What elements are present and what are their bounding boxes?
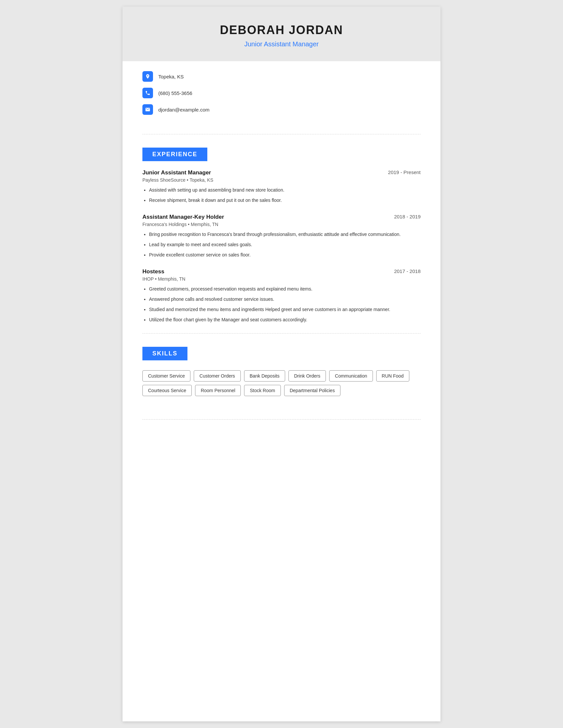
candidate-title: Junior Assistant Manager bbox=[142, 40, 421, 48]
bullet-1-1: Assisted with setting up and assembling … bbox=[149, 187, 421, 194]
experience-section: Junior Assistant Manager 2019 - Present … bbox=[122, 169, 441, 323]
skill-tag-2: Bank Deposits bbox=[244, 370, 285, 382]
bullet-2-3: Provide excellent customer service on sa… bbox=[149, 251, 421, 258]
bullet-3-4: Utilized the floor chart given by the Ma… bbox=[149, 316, 421, 323]
job-bullets-3: Greeted customers, processed reservation… bbox=[142, 286, 421, 323]
bullet-2-1: Bring positive recognition to Francesca'… bbox=[149, 231, 421, 238]
job-company-1: Payless ShoeSource • Topeka, KS bbox=[142, 177, 421, 183]
job-header-3: Hostess 2017 - 2018 bbox=[142, 268, 421, 275]
job-entry-3: Hostess 2017 - 2018 IHOP • Memphis, TN G… bbox=[142, 268, 421, 323]
company-location-3: Memphis, TN bbox=[158, 276, 185, 282]
skill-tag-1: Customer Orders bbox=[194, 370, 240, 382]
candidate-name: DEBORAH JORDAN bbox=[142, 23, 421, 37]
bullet-3-3: Studied and memorized the menu items and… bbox=[149, 306, 421, 313]
phone-icon bbox=[142, 88, 153, 98]
divider-after-skills bbox=[142, 419, 421, 420]
experience-section-header: EXPERIENCE bbox=[142, 148, 207, 161]
bullet-3-1: Greeted customers, processed reservation… bbox=[149, 286, 421, 293]
email-icon bbox=[142, 104, 153, 115]
skill-tag-4: Communication bbox=[329, 370, 373, 382]
email-text: djordan@example.com bbox=[158, 107, 209, 113]
skill-tag-5: RUN Food bbox=[376, 370, 409, 382]
contact-email: djordan@example.com bbox=[142, 104, 421, 115]
job-dates-1: 2019 - Present bbox=[388, 169, 421, 175]
job-dates-3: 2017 - 2018 bbox=[394, 268, 421, 274]
skills-section: Customer Service Customer Orders Bank De… bbox=[122, 370, 441, 409]
job-company-3: IHOP • Memphis, TN bbox=[142, 276, 421, 282]
contact-location: Topeka, KS bbox=[142, 71, 421, 82]
job-dates-2: 2018 - 2019 bbox=[394, 214, 421, 219]
company-name-2: Francesca's Holdings bbox=[142, 222, 186, 227]
company-location-2: Memphis, TN bbox=[191, 222, 218, 227]
bullet-2-2: Lead by example to meet and exceed sales… bbox=[149, 241, 421, 248]
job-company-2: Francesca's Holdings • Memphis, TN bbox=[142, 222, 421, 227]
contact-section: Topeka, KS (680) 555-3656 djordan@exampl… bbox=[122, 61, 441, 131]
job-bullets-1: Assisted with setting up and assembling … bbox=[142, 187, 421, 204]
divider-after-contact bbox=[142, 134, 421, 134]
skill-tag-0: Customer Service bbox=[142, 370, 190, 382]
skills-tags-container: Customer Service Customer Orders Bank De… bbox=[142, 370, 421, 396]
company-separator-3: • bbox=[155, 276, 158, 282]
bullet-3-2: Answered phone calls and resolved custom… bbox=[149, 296, 421, 303]
contact-phone: (680) 555-3656 bbox=[142, 88, 421, 98]
skills-label: SKILLS bbox=[152, 350, 177, 357]
job-title-1: Junior Assistant Manager bbox=[142, 169, 211, 176]
job-entry-2: Assistant Manager-Key Holder 2018 - 2019… bbox=[142, 214, 421, 258]
bullet-1-2: Receive shipment, break it down and put … bbox=[149, 197, 421, 204]
divider-after-experience bbox=[142, 333, 421, 334]
job-title-2: Assistant Manager-Key Holder bbox=[142, 214, 224, 220]
job-header-2: Assistant Manager-Key Holder 2018 - 2019 bbox=[142, 214, 421, 220]
company-name-3: IHOP bbox=[142, 276, 154, 282]
company-separator-2: • bbox=[188, 222, 191, 227]
resume-container: DEBORAH JORDAN Junior Assistant Manager … bbox=[122, 7, 441, 721]
phone-text: (680) 555-3656 bbox=[158, 90, 192, 96]
location-icon bbox=[142, 71, 153, 82]
skills-section-header: SKILLS bbox=[142, 347, 187, 360]
skill-tag-3: Drink Orders bbox=[289, 370, 326, 382]
skill-tag-9: Departmental Policies bbox=[284, 385, 341, 396]
job-title-3: Hostess bbox=[142, 268, 164, 275]
job-entry-1: Junior Assistant Manager 2019 - Present … bbox=[142, 169, 421, 204]
company-name-1: Payless ShoeSource bbox=[142, 177, 185, 183]
location-text: Topeka, KS bbox=[158, 74, 184, 79]
job-header-1: Junior Assistant Manager 2019 - Present bbox=[142, 169, 421, 176]
company-location-1: Topeka, KS bbox=[189, 177, 213, 183]
skill-tag-8: Stock Room bbox=[244, 385, 280, 396]
resume-header: DEBORAH JORDAN Junior Assistant Manager bbox=[122, 7, 441, 61]
job-bullets-2: Bring positive recognition to Francesca'… bbox=[142, 231, 421, 258]
skill-tag-6: Courteous Service bbox=[142, 385, 192, 396]
skill-tag-7: Room Personnel bbox=[195, 385, 241, 396]
experience-label: EXPERIENCE bbox=[152, 151, 197, 158]
